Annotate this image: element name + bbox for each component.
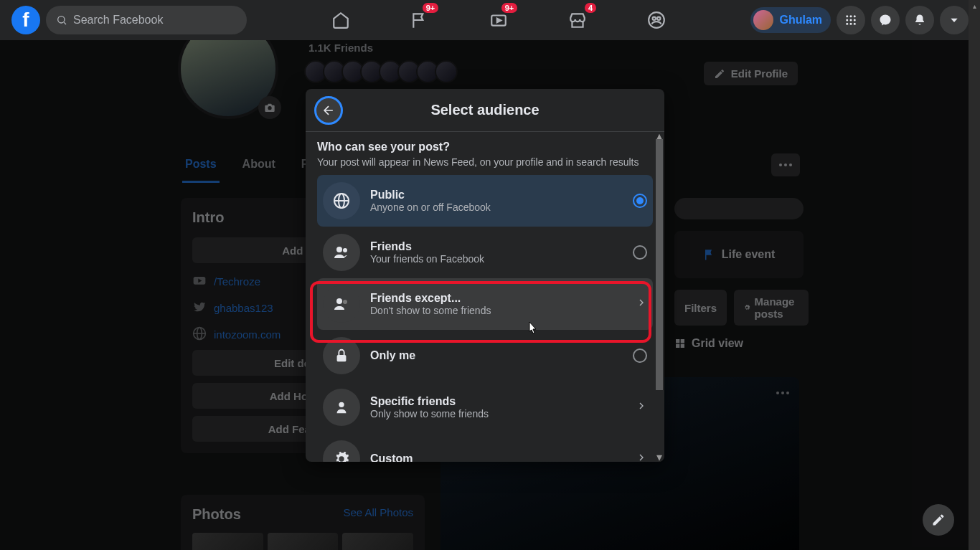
bell-icon — [913, 14, 926, 27]
modal-body: Who can see your post? Your post will ap… — [306, 132, 664, 462]
chevron-right-icon — [636, 452, 647, 462]
option-public-title: Public — [370, 189, 623, 201]
svg-point-6 — [657, 17, 660, 20]
center-nav: 9+ 9+ 4 — [247, 6, 750, 34]
modal-header: Select audience — [306, 89, 664, 132]
option-specific-sub: Only show to some friends — [370, 408, 626, 419]
edit-fab[interactable] — [923, 504, 954, 536]
nav-watch[interactable]: 9+ — [484, 6, 513, 34]
top-nav: f Search Facebook 9+ 9+ 4 Ghulam — [0, 0, 980, 40]
friends-icon — [323, 234, 360, 271]
option-custom-title: Custom — [370, 452, 626, 462]
option-public[interactable]: Public Anyone on or off Facebook — [317, 175, 653, 227]
public-icon — [323, 182, 360, 219]
chevron-right-icon — [636, 297, 647, 311]
avatar — [753, 10, 773, 30]
grid-icon — [844, 14, 857, 27]
modal-question: Who can see your post? — [317, 141, 653, 153]
svg-point-0 — [58, 16, 65, 23]
search-placeholder: Search Facebook — [73, 14, 163, 27]
radio-public[interactable] — [633, 194, 647, 208]
watch-icon — [489, 11, 508, 29]
messenger-button[interactable] — [871, 6, 900, 34]
option-friends-sub: Your friends on Facebook — [370, 253, 623, 265]
option-friends-except-sub: Don't show to some friends — [370, 305, 626, 316]
badge-market: 4 — [585, 3, 596, 13]
option-only-me[interactable]: Only me — [317, 330, 653, 381]
select-audience-modal: Select audience Who can see your post? Y… — [306, 89, 664, 462]
messenger-icon — [879, 14, 892, 27]
nav-groups[interactable] — [642, 6, 671, 34]
svg-point-14 — [850, 23, 852, 25]
scroll-down-arrow[interactable]: ▾ — [656, 453, 663, 460]
svg-point-39 — [336, 298, 342, 304]
chevron-right-icon — [636, 400, 647, 414]
option-friends-except-title: Friends except... — [370, 292, 626, 305]
groups-icon — [647, 11, 666, 29]
option-specific[interactable]: Specific friends Only show to some frien… — [317, 381, 653, 433]
account-button[interactable] — [940, 6, 969, 34]
lock-icon — [323, 337, 360, 374]
radio-friends[interactable] — [633, 245, 647, 260]
svg-point-9 — [854, 15, 856, 17]
svg-point-7 — [846, 15, 848, 17]
svg-line-1 — [64, 22, 66, 24]
chevron-down-icon — [949, 15, 959, 25]
svg-point-12 — [854, 19, 856, 22]
svg-marker-16 — [951, 19, 957, 22]
right-cluster: Ghulam — [750, 6, 969, 34]
svg-point-4 — [649, 12, 664, 28]
option-public-sub: Anyone on or off Facebook — [370, 201, 623, 213]
badge-watch: 9+ — [501, 3, 518, 13]
specific-icon — [323, 389, 360, 426]
option-friends-title: Friends — [370, 240, 623, 253]
friends-except-icon — [323, 285, 360, 323]
svg-point-15 — [854, 23, 856, 25]
option-custom[interactable]: Custom — [317, 433, 653, 462]
edit-icon — [931, 513, 946, 527]
option-specific-title: Specific friends — [370, 395, 626, 408]
radio-only-me[interactable] — [633, 349, 647, 363]
flag-icon — [410, 11, 429, 29]
menu-button[interactable] — [837, 6, 865, 34]
svg-marker-3 — [497, 19, 501, 22]
search-icon — [56, 14, 67, 26]
svg-point-42 — [339, 402, 344, 407]
modal-description: Your post will appear in News Feed, on y… — [317, 156, 653, 168]
search-input[interactable]: Search Facebook — [46, 6, 247, 34]
option-only-me-title: Only me — [370, 349, 623, 362]
notifications-button[interactable] — [905, 6, 934, 34]
modal-scrollbar-thumb[interactable] — [656, 139, 663, 390]
svg-point-37 — [336, 247, 342, 252]
svg-point-13 — [846, 23, 848, 25]
arrow-left-icon — [321, 103, 336, 118]
back-button[interactable] — [314, 96, 343, 125]
nav-marketplace[interactable]: 4 — [563, 6, 592, 34]
home-icon — [331, 11, 350, 29]
svg-point-11 — [850, 19, 852, 22]
gear-icon — [323, 440, 360, 462]
page-scroll-up[interactable]: ▴ — [969, 0, 980, 11]
modal-title: Select audience — [430, 102, 539, 118]
option-friends[interactable]: Friends Your friends on Facebook — [317, 227, 653, 278]
option-friends-except[interactable]: Friends except... Don't show to some fri… — [317, 278, 653, 330]
svg-point-10 — [846, 19, 848, 22]
nav-home[interactable] — [326, 6, 355, 34]
marketplace-icon — [568, 11, 587, 29]
nav-pages[interactable]: 9+ — [405, 6, 434, 34]
username: Ghulam — [779, 14, 822, 27]
profile-chip[interactable]: Ghulam — [750, 7, 831, 33]
svg-point-8 — [850, 15, 852, 17]
badge-pages: 9+ — [423, 3, 439, 13]
svg-point-40 — [343, 300, 347, 304]
svg-rect-41 — [337, 355, 347, 361]
svg-point-5 — [653, 17, 656, 20]
facebook-logo[interactable]: f — [11, 6, 40, 34]
scroll-up-arrow[interactable]: ▴ — [656, 132, 663, 139]
page-scrollbar[interactable]: ▴ — [969, 0, 980, 550]
svg-point-38 — [343, 248, 347, 252]
